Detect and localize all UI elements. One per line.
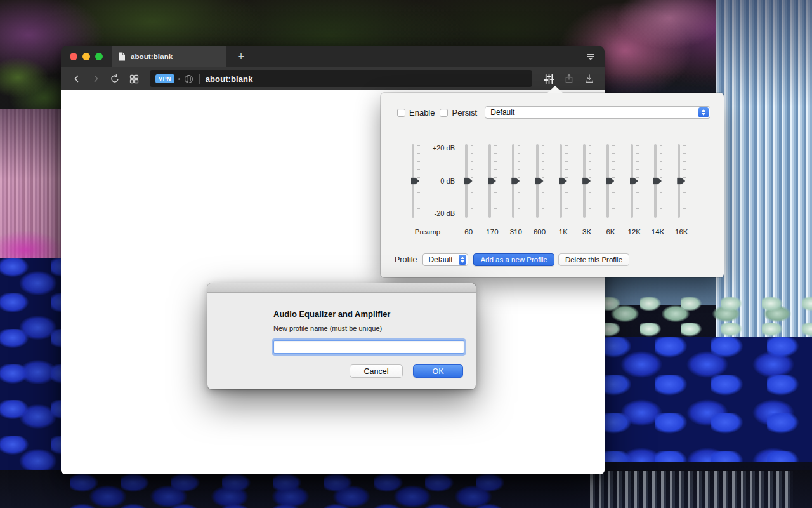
eq-band-3K: 3K xyxy=(575,144,598,236)
reload-button[interactable] xyxy=(107,70,123,87)
ok-button[interactable]: OK xyxy=(413,364,463,378)
eq-band-label: 14K xyxy=(646,228,669,236)
eq-band-label: 310 xyxy=(504,228,528,236)
eq-preamp-slider[interactable] xyxy=(410,144,421,218)
tab-about-blank[interactable]: about:blank xyxy=(112,46,226,67)
add-profile-button[interactable]: Add as a new Profile xyxy=(473,253,554,266)
eq-band-label: 3K xyxy=(575,228,598,236)
eq-bands: 601703106001K3K6K12K14K16K xyxy=(457,144,724,236)
profile-label: Profile xyxy=(395,255,417,264)
eq-band-slider[interactable] xyxy=(582,144,592,218)
select-stepper-icon xyxy=(698,107,709,117)
zoom-window-button[interactable] xyxy=(95,53,103,60)
share-icon[interactable] xyxy=(560,70,578,87)
tab-bar: about:blank + xyxy=(61,46,605,67)
eq-band-slider[interactable] xyxy=(558,144,568,218)
forward-button[interactable] xyxy=(88,70,104,87)
new-profile-dialog: Audio Equalizer and Amplifier New profil… xyxy=(207,283,476,389)
popup-arrow xyxy=(547,86,563,93)
select-stepper-icon xyxy=(459,255,466,265)
navigation-toolbar: VPN about:blank xyxy=(61,67,605,90)
eq-band-slider[interactable] xyxy=(605,144,615,218)
eq-band-14K: 14K xyxy=(646,144,669,236)
eq-band-16K: 16K xyxy=(670,144,693,236)
eq-band-label: 170 xyxy=(480,228,504,236)
tab-menu-icon[interactable] xyxy=(577,46,605,67)
profile-select[interactable]: Default xyxy=(422,253,468,266)
eq-band-label: 16K xyxy=(670,228,693,236)
new-tab-button[interactable]: + xyxy=(226,46,256,67)
download-icon[interactable] xyxy=(580,70,598,87)
eq-band-600: 600 xyxy=(528,144,551,236)
vpn-badge[interactable]: VPN xyxy=(155,74,174,83)
equalizer-popup: Enable Persist Default +20 dB xyxy=(381,93,724,277)
profile-name-input[interactable] xyxy=(273,340,464,354)
eq-band-slider[interactable] xyxy=(487,144,497,218)
address-separator-dot xyxy=(178,78,180,80)
address-divider xyxy=(199,74,200,84)
eq-band-slider[interactable] xyxy=(629,144,639,218)
eq-band-170: 170 xyxy=(480,144,504,236)
eq-band-label: 6K xyxy=(599,228,622,236)
dialog-body: Audio Equalizer and Amplifier New profil… xyxy=(207,293,476,378)
address-bar[interactable]: VPN about:blank xyxy=(150,70,532,87)
eq-band-label: 60 xyxy=(457,228,480,236)
back-button[interactable] xyxy=(69,70,85,87)
eq-scale-mid: 0 dB xyxy=(440,177,455,185)
enable-checkbox[interactable] xyxy=(397,109,405,117)
popup-header-row: Enable Persist Default xyxy=(397,106,710,119)
profile-row: Profile Default Add as a new Profile Del… xyxy=(395,253,629,267)
eq-preamp-group: +20 dB 0 dB -20 dB Preamp xyxy=(398,144,457,236)
eq-band-1K: 1K xyxy=(551,144,575,236)
dialog-subtitle: New profile name (must be unique) xyxy=(273,324,464,332)
persist-checkbox[interactable] xyxy=(440,109,448,117)
dialog-buttons: Cancel OK xyxy=(273,364,464,378)
tab-title: about:blank xyxy=(131,53,173,60)
dialog-title: Audio Equalizer and Amplifier xyxy=(273,309,464,319)
tab-bar-spacer xyxy=(256,46,577,67)
eq-band-slider[interactable] xyxy=(511,144,521,218)
eq-band-slider[interactable] xyxy=(653,144,663,218)
eq-band-label: 600 xyxy=(528,228,551,236)
eq-scale-top: +20 dB xyxy=(433,144,455,152)
eq-band-310: 310 xyxy=(504,144,528,236)
close-window-button[interactable] xyxy=(70,53,77,60)
preset-select[interactable]: Default xyxy=(485,106,710,119)
url-text: about:blank xyxy=(206,74,253,84)
wallpaper-layer xyxy=(590,471,793,508)
wallpaper-layer xyxy=(599,337,812,462)
eq-scale-labels: +20 dB 0 dB -20 dB xyxy=(423,144,455,218)
eq-band-label: 1K xyxy=(551,228,575,236)
eq-band-12K: 12K xyxy=(622,144,646,236)
eq-band-6K: 6K xyxy=(599,144,622,236)
eq-scale-bottom: -20 dB xyxy=(435,210,455,217)
page-icon xyxy=(118,52,126,61)
eq-band-slider[interactable] xyxy=(464,144,474,218)
eq-band-slider[interactable] xyxy=(676,144,686,218)
cancel-button[interactable]: Cancel xyxy=(350,364,403,378)
delete-profile-button[interactable]: Delete this Profile xyxy=(558,253,629,266)
profile-select-value: Default xyxy=(423,255,457,264)
dialog-titlebar xyxy=(207,283,476,293)
eq-band-slider[interactable] xyxy=(535,144,545,218)
eq-band-60: 60 xyxy=(457,144,480,236)
eq-band-label: 12K xyxy=(622,228,646,236)
minimize-window-button[interactable] xyxy=(82,53,90,60)
wallpaper-layer xyxy=(70,474,514,508)
equalizer-extension-icon[interactable] xyxy=(540,70,558,87)
persist-label: Persist xyxy=(452,108,477,117)
desktop: about:blank + VPN xyxy=(0,0,812,508)
preset-select-value: Default xyxy=(485,108,697,117)
eq-preamp-label: Preamp xyxy=(398,228,457,236)
window-controls xyxy=(61,46,112,67)
speed-dial-icon[interactable] xyxy=(126,70,142,87)
site-globe-icon[interactable] xyxy=(184,74,193,84)
enable-label: Enable xyxy=(409,108,435,117)
equalizer-sliders: +20 dB 0 dB -20 dB Preamp 601703106001K3… xyxy=(398,144,724,236)
